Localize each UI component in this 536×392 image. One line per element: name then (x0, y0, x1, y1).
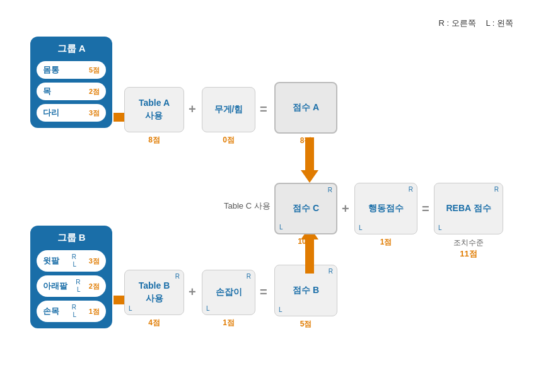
action-level-text: 조치수준 (453, 238, 484, 247)
group-b: 그룹 B 윗팔 RL 3점 아래팔 RL 2점 손목 RL 1점 (30, 226, 112, 328)
group-b-item-2-score: 1점 (89, 307, 100, 316)
group-a-item-2: 다리 3점 (37, 104, 106, 122)
reba-l: L (438, 224, 442, 231)
table-a-box: Table A사용 8점 (124, 87, 184, 132)
reba-label: REBA 점수 (446, 202, 491, 215)
group-a: 그룹 A 몸통 5점 목 2점 다리 3점 (30, 37, 112, 128)
action-score-box: R 행동점수 L 1점 (354, 183, 417, 234)
group-a-item-0-label: 몸통 (43, 64, 59, 76)
l-label: L : 왼쪽 (486, 18, 513, 28)
reba-r: R (494, 186, 499, 193)
group-a-item-2-label: 다리 (43, 107, 59, 118)
equals-a: = (260, 102, 267, 117)
table-b-r: R (175, 273, 180, 280)
table-b-score: 4점 (125, 318, 184, 328)
score-c-label: 점수 C (293, 202, 319, 215)
group-b-item-0-label: 윗팔 (43, 255, 59, 267)
group-a-title: 그룹 A (37, 43, 106, 55)
score-b-l: L (279, 306, 283, 313)
weight-label: 무게/힘 (214, 103, 243, 116)
plus-c: + (342, 202, 349, 216)
group-b-item-1-label: 아래팔 (43, 280, 67, 292)
group-b-item-0-score: 3점 (89, 257, 100, 266)
group-a-item-2-score: 3점 (89, 108, 100, 118)
group-b-item-1: 아래팔 RL 2점 (37, 275, 106, 297)
group-a-item-1-label: 목 (43, 86, 51, 97)
r-label: R : 오른쪽 (439, 18, 476, 28)
table-a-score: 8점 (125, 135, 184, 146)
group-b-item-0: 윗팔 RL 3점 (37, 250, 106, 272)
group-b-item-2-rl: RL (72, 304, 76, 319)
group-b-item-2: 손목 RL 1점 (37, 301, 106, 322)
table-b-label: Table B사용 (139, 280, 170, 304)
weight-box: 무게/힘 0점 (202, 87, 255, 132)
score-c-r: R (328, 187, 332, 193)
action-level-label: 조치수준 11점 (434, 238, 503, 260)
score-b-r: R (329, 268, 333, 275)
score-c-score: 10점 (276, 236, 336, 247)
group-b-item-0-rl: RL (72, 253, 76, 268)
action-score-label: 행동점수 (368, 202, 404, 215)
plus-b: + (189, 285, 196, 299)
table-a-label: Table A사용 (139, 97, 170, 122)
table-b-box: R Table B사용 L 4점 (124, 270, 184, 315)
score-a-label: 점수 A (293, 101, 319, 114)
score-b-label: 점수 B (293, 284, 319, 297)
action-score-score: 1점 (355, 237, 417, 248)
grip-score: 1점 (202, 318, 255, 328)
group-a-item-0-score: 5점 (89, 66, 100, 75)
group-b-title: 그룹 B (37, 232, 106, 244)
reba-score-value: 11점 (460, 249, 477, 258)
group-a-item-1-score: 2점 (89, 87, 100, 96)
grip-box: R 손잡이 L 1점 (202, 270, 255, 315)
arrow-down-a (301, 137, 318, 183)
group-b-item-2-label: 손목 (43, 306, 59, 317)
action-score-l: L (359, 224, 363, 231)
score-a-box: 점수 A 8점 (274, 82, 337, 134)
grip-label: 손잡이 (216, 286, 242, 299)
group-b-item-1-score: 2점 (89, 282, 100, 291)
plus-a: + (189, 102, 196, 117)
action-score-r: R (409, 186, 413, 193)
group-a-item-0: 몸통 5점 (37, 61, 106, 79)
score-b-score: 5점 (275, 319, 337, 330)
group-b-item-1-rl: RL (76, 279, 80, 294)
table-c-label: Table C 사용 (224, 200, 271, 212)
diagram: R : 오른쪽 L : 왼쪽 그룹 A 몸통 5점 목 2점 다리 3점 Tab… (0, 0, 536, 392)
equals-c: = (422, 202, 429, 216)
grip-l: L (206, 305, 210, 312)
group-a-item-1: 목 2점 (37, 83, 106, 100)
grip-r: R (247, 273, 251, 280)
weight-score: 0점 (202, 135, 255, 146)
legend: R : 오른쪽 L : 왼쪽 (435, 18, 517, 29)
score-c-box: R 점수 C L 10점 (274, 183, 337, 234)
equals-b: = (260, 285, 267, 299)
table-b-l: L (129, 305, 132, 312)
reba-score-box: R REBA 점수 L (434, 183, 503, 234)
score-c-l: L (279, 224, 283, 231)
